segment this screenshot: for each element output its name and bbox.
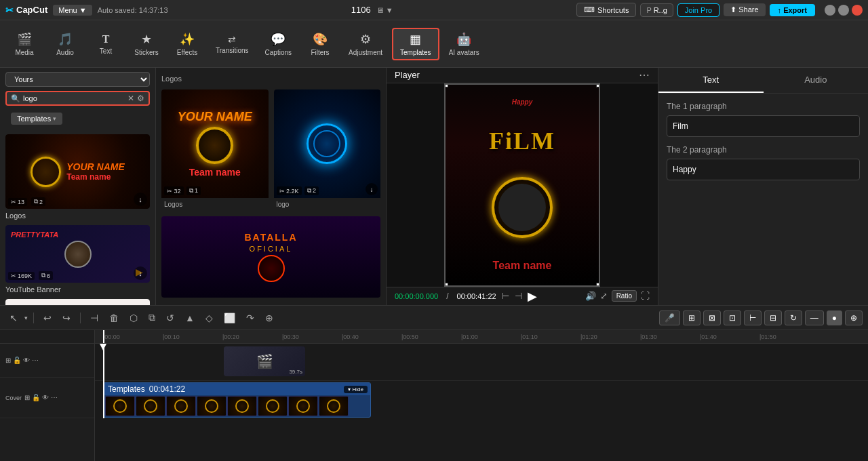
- profile-label: R..g: [654, 6, 667, 14]
- tl-more[interactable]: ⋯: [32, 357, 39, 364]
- redo-button[interactable]: ↪: [58, 310, 75, 325]
- layers-value: 2: [39, 199, 43, 205]
- handle-br[interactable]: [596, 283, 600, 287]
- templates-tab-label: Templates: [17, 115, 51, 123]
- menu-button[interactable]: Menu ▼: [53, 5, 92, 16]
- zoom-button[interactable]: ⊕: [261, 310, 277, 325]
- tl-settings[interactable]: ⊕: [845, 310, 863, 325]
- remix-value: 13: [18, 199, 24, 205]
- logos-preview-inner: YOUR NAME Team name: [31, 157, 125, 187]
- tl-ctrl7[interactable]: —: [805, 310, 824, 325]
- search-actions: ✕ ⚙: [127, 94, 144, 103]
- paragraph1-input[interactable]: [667, 115, 860, 137]
- tool-effects[interactable]: ✨ Effects: [168, 29, 206, 59]
- tl-cover-add[interactable]: ⊞: [24, 394, 30, 401]
- transform-button[interactable]: ◇: [201, 310, 217, 325]
- tl-ctrl4[interactable]: ⊢: [744, 310, 762, 325]
- speed-button[interactable]: ↷: [242, 310, 258, 325]
- tl-ctrl2[interactable]: ⊠: [703, 310, 721, 325]
- tool-adjustment[interactable]: ⚙ Adjustment: [342, 29, 389, 59]
- player-menu-button[interactable]: ⋯: [639, 68, 650, 81]
- search-input[interactable]: [23, 94, 125, 102]
- tpl2-download-button[interactable]: ↓: [366, 183, 378, 195]
- close-button[interactable]: [852, 5, 863, 16]
- profile-button[interactable]: P R..g: [640, 3, 673, 17]
- join-pro-button[interactable]: Join Pro: [677, 3, 719, 17]
- crop2-button[interactable]: ⬜: [220, 310, 239, 325]
- tool-filters[interactable]: 🎨 Filters: [301, 29, 339, 59]
- yt-banner-thumb[interactable]: PRETTYTATA ▶ ✂ 169K ⧉ 6: [5, 225, 150, 283]
- share-button[interactable]: ⬆ Share: [724, 3, 765, 16]
- shortcuts-button[interactable]: ⌨ Shortcuts: [576, 3, 636, 17]
- minimize-button[interactable]: [825, 5, 835, 16]
- tool-stickers[interactable]: ★ Stickers: [127, 29, 165, 59]
- screen-icon: 🖥 ▼: [376, 6, 393, 14]
- template-clip[interactable]: Templates 00:041:22: [103, 382, 371, 418]
- tl-add-track[interactable]: ⊞: [5, 357, 11, 364]
- search-filter-button[interactable]: ⚙: [137, 94, 144, 103]
- handle-bl[interactable]: [444, 283, 448, 287]
- tool-media[interactable]: 🎬 Media: [5, 29, 43, 59]
- tool-captions-label: Captions: [265, 49, 292, 56]
- logos-template-thumb[interactable]: YOUR NAME Team name ✂ 13 ⧉: [5, 134, 150, 209]
- text-banner-thumb[interactable]: Abby ✂ 1.9K ⧉ 0 ↓: [5, 299, 150, 305]
- play-button[interactable]: ▶: [528, 289, 537, 304]
- handle-tl[interactable]: [444, 83, 448, 87]
- tl-cover-lock[interactable]: 🔓: [32, 394, 40, 401]
- hide-badge[interactable]: ▾ Hide: [344, 386, 368, 393]
- frame-circle-6: [266, 399, 279, 413]
- tl-visible[interactable]: 👁: [23, 357, 30, 364]
- battle-template[interactable]: BATALLA OFICIAL: [161, 216, 380, 298]
- tool-templates[interactable]: ▦ Templates: [392, 28, 439, 60]
- audio-track-button[interactable]: 🎤: [659, 310, 680, 325]
- tl-lock[interactable]: 🔓: [13, 357, 21, 364]
- app-logo: ✂ CapCut: [5, 5, 47, 16]
- handle-tr[interactable]: [596, 83, 600, 87]
- restore-button[interactable]: [838, 5, 849, 16]
- split-button[interactable]: ⊣: [86, 310, 102, 325]
- select-tool-button[interactable]: ↖: [5, 310, 22, 325]
- clear-search-button[interactable]: ✕: [127, 94, 134, 103]
- batalla-label: BATALLA: [244, 232, 297, 243]
- tab-text[interactable]: Text: [658, 68, 764, 93]
- export-button[interactable]: ↑ Export: [770, 4, 815, 16]
- undo-button[interactable]: ↩: [39, 310, 56, 325]
- tl-cover-visible[interactable]: 👁: [42, 394, 49, 401]
- tool-text[interactable]: T Text: [87, 31, 125, 58]
- tl-ctrl6[interactable]: ↻: [785, 310, 802, 325]
- yt-remix-value: 169K: [18, 273, 32, 279]
- logo-template-2[interactable]: ✂ 2.2K ⧉ 2 ↓ logo: [274, 89, 381, 211]
- tool-captions[interactable]: 💬 Captions: [258, 29, 298, 59]
- ratio-button[interactable]: Ratio: [612, 290, 637, 302]
- logo-template-1[interactable]: YOUR NAME Team name ✂ 32 ⧉ 1 Logos: [161, 89, 269, 211]
- logos-download-button[interactable]: ↓: [134, 193, 147, 206]
- tl-ctrl1[interactable]: ⊞: [683, 310, 701, 325]
- tool-audio[interactable]: 🎵 Audio: [46, 29, 84, 59]
- tool-ai-avatars[interactable]: 🤖 AI avatars: [442, 29, 486, 59]
- crop-button[interactable]: ⬡: [125, 310, 142, 325]
- fullscreen-button[interactable]: ⤢: [600, 291, 608, 301]
- player-canvas: Happy FiLM Team name: [387, 83, 658, 287]
- rotate-button[interactable]: ↺: [162, 310, 178, 325]
- frame-back-button[interactable]: ⊢: [502, 291, 509, 301]
- tool-transitions[interactable]: ⇄ Transitions: [209, 31, 256, 57]
- frame-forward-button[interactable]: ⊣: [515, 291, 522, 301]
- mirror-button[interactable]: ⧉: [144, 310, 159, 325]
- paragraph2-input[interactable]: [667, 159, 860, 180]
- category-dropdown[interactable]: Yours: [5, 72, 150, 87]
- tab-audio[interactable]: Audio: [764, 68, 869, 93]
- tl-cover-more[interactable]: ⋯: [51, 394, 58, 401]
- freeze-button[interactable]: ▲: [181, 310, 199, 325]
- templates-tab[interactable]: Templates ▾: [11, 113, 62, 125]
- yt-download-button[interactable]: ↓: [134, 266, 147, 280]
- tl-ctrl5[interactable]: ⊟: [764, 310, 782, 325]
- paragraph1-label: The 1 paragraph: [667, 102, 860, 111]
- tl-ctrl3[interactable]: ⊡: [724, 310, 741, 325]
- delete-button[interactable]: 🗑: [105, 310, 123, 325]
- tl-ctrl8[interactable]: ●: [827, 310, 842, 325]
- expand-button[interactable]: ⛶: [641, 291, 650, 301]
- video-clip[interactable]: 🎬 39.7s: [224, 346, 305, 376]
- volume-button[interactable]: 🔊: [585, 291, 596, 301]
- timeline-toolbar: ↖ ▾ ↩ ↪ ⊣ 🗑 ⬡ ⧉ ↺ ▲ ◇ ⬜ ↷ ⊕ 🎤 ⊞ ⊠ ⊡ ⊢ ⊟ …: [0, 306, 868, 330]
- filters-icon: 🎨: [313, 32, 328, 47]
